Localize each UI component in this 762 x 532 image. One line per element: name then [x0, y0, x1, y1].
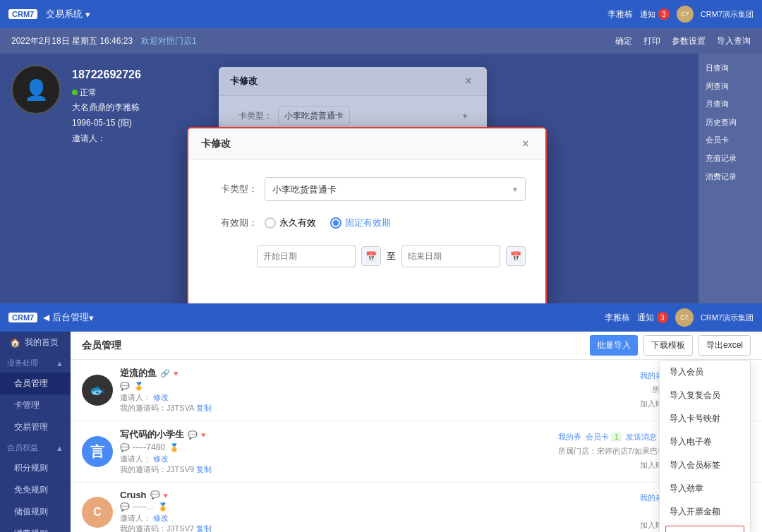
dropdown-item-import-medal[interactable]: 导入劲章 [660, 477, 750, 500]
fg-forever-radio[interactable]: 永久有效 [265, 217, 316, 229]
sidebar-rights-header[interactable]: 合员权益 ▲ [0, 438, 71, 457]
send-msg-1[interactable]: 发送消息 [626, 430, 657, 445]
fg-end-date[interactable] [401, 245, 500, 267]
fg-fixed-label: 固定有效期 [345, 217, 391, 229]
backend-dropdown-icon[interactable]: ▾ [89, 313, 94, 323]
rp-item-3[interactable]: 历史查询 [701, 114, 759, 132]
params-btn[interactable]: 参数设置 [672, 35, 706, 47]
content-area: 会员管理 批量导入 下载模板 导出excel 🐟 逆流的鱼 🔗 ♥ [71, 332, 762, 532]
member-invite-2: 邀请人： 修改 [120, 513, 633, 524]
dropdown-item-import-card-map[interactable]: 导入卡号映射 [660, 407, 750, 430]
fg-valid-row: 有效期： 永久有效 固定有效期 [208, 217, 526, 229]
fg-start-cal-icon[interactable]: 📅 [361, 246, 381, 266]
bg-card-type-row: 卡类型： 小李吃货普通卡 [230, 106, 476, 126]
member-status: 正常 [72, 85, 141, 101]
print-btn-sec[interactable]: 打印 [643, 35, 660, 47]
sidebar-biz-header[interactable]: 业务处理 ▲ [0, 353, 71, 373]
sidebar-item-consume-rule[interactable]: 消费规则 [0, 523, 71, 532]
sidebar-item-member-mgmt[interactable]: 会员管理 [0, 373, 71, 394]
bottom-nav-right: 李雅栋 通知 3 C7 CRM7演示集团 [605, 308, 754, 327]
dropdown-item-import-dup-member[interactable]: 导入复复会员 [660, 384, 750, 407]
member-item-0: 🐟 逆流的鱼 🔗 ♥ 💬 🏅 邀请人： 修改 [71, 360, 762, 421]
top-logo: CRM7 [8, 9, 37, 19]
fg-dialog-footer: 确定 取消 [188, 300, 545, 303]
member-phone-1: 💬 -----7480 🏅 [120, 442, 551, 452]
rp-item-4[interactable]: 会员卡 [701, 131, 759, 150]
member-link-icon-0: 🔗 [160, 369, 170, 378]
member-name-0: 逆流的鱼 🔗 ♥ [120, 367, 633, 380]
dropdown-divider [660, 524, 750, 524]
export-excel-btn[interactable]: 导出excel [698, 335, 751, 356]
top-notify[interactable]: 通知 3 [640, 8, 670, 20]
sidebar-item-trade[interactable]: 交易管理 [0, 416, 71, 438]
member-copy-1[interactable]: 复制 [196, 465, 212, 473]
fg-dialog-header: 卡修改 × [188, 128, 545, 160]
import-view-btn[interactable]: 导入查询 [717, 35, 751, 47]
bottom-notify[interactable]: 通知 3 [637, 312, 668, 324]
confirm-btn-sec[interactable]: 确定 [615, 35, 632, 47]
fg-dialog-title: 卡修改 [201, 138, 231, 150]
rp-item-5[interactable]: 充值记录 [701, 150, 759, 168]
main-layout: 🏠 我的首页 业务处理 ▲ 会员管理 卡管理 交易管理 合员权益 ▲ 积分规则 [0, 332, 762, 532]
fg-card-type-select[interactable]: 小李吃货普通卡 [265, 177, 526, 201]
dropdown-item-import-invoice[interactable]: 导入开票金额 [660, 500, 750, 524]
sidebar-item-free-rule[interactable]: 免免规则 [0, 479, 71, 501]
fg-end-cal-icon[interactable]: 📅 [506, 246, 526, 266]
member-phone-0: 💬 🏅 [120, 381, 633, 391]
bg-dialog-header: 卡修改 × [219, 67, 487, 96]
fg-forever-label: 永久有效 [279, 217, 316, 229]
bottom-logo: CRM7 [8, 313, 37, 322]
fg-forever-dot [265, 217, 276, 229]
sidebar-item-home[interactable]: 🏠 我的首页 [0, 332, 71, 353]
batch-import-btn[interactable]: 批量导入 [590, 335, 638, 356]
rp-item-6[interactable]: 消费记录 [701, 168, 759, 186]
content-title: 会员管理 [82, 339, 121, 352]
sidebar-item-points-rule[interactable]: 积分规则 [0, 457, 71, 479]
backend-mgmt-nav[interactable]: 后台管理 [52, 311, 89, 324]
member-copy-0[interactable]: 复制 [196, 404, 212, 412]
member-invite-link-2[interactable]: 修改 [153, 514, 169, 522]
fg-fixed-radio[interactable]: 固定有效期 [330, 217, 391, 229]
member-copy-2[interactable]: 复制 [196, 524, 212, 532]
member-heart-icon-1: ♥ [201, 430, 206, 439]
rp-item-2[interactable]: 月查询 [701, 95, 759, 114]
dropdown-item-import-ecoupon[interactable]: 导入电子卷 [660, 430, 750, 454]
secondary-bar: 2022年2月18日 星期五 16:46:23 欢迎对照门店1 确定 打印 参数… [0, 28, 762, 54]
logo-icon: CRM7 [8, 9, 37, 19]
dropdown-item-import-tag[interactable]: 导入会员标签 [660, 454, 750, 477]
rp-item-0[interactable]: 日查询 [701, 59, 759, 78]
bottom-user-label[interactable]: 李雅栋 [605, 312, 630, 324]
member-heart-icon-2: ♥ [164, 491, 169, 500]
sidebar: 🏠 我的首页 业务处理 ▲ 会员管理 卡管理 交易管理 合员权益 ▲ 积分规则 [0, 332, 71, 532]
member-info-2: Crush 💬 ♥ 💬 -----... 🏅 邀请人： 修改 我的邀请 [120, 490, 633, 532]
rp-item-1[interactable]: 周查询 [701, 78, 759, 96]
sidebar-item-upgrade-rule[interactable]: 储值规则 [0, 501, 71, 523]
fg-close-btn[interactable]: × [519, 137, 533, 151]
member-wechat-icon-2: 💬 [150, 490, 160, 500]
content-header: 会员管理 批量导入 下载模板 导出excel [71, 332, 762, 360]
member-invite-link-0[interactable]: 修改 [153, 393, 169, 401]
top-user-label[interactable]: 李雅栋 [607, 8, 633, 20]
download-template-btn[interactable]: 下载模板 [643, 335, 693, 356]
dropdown-menu: 导入会员 导入复复会员 导入卡号映射 导入电子卷 导入会员标签 导入劲章 导入开… [659, 360, 751, 532]
fg-dialog-body: 卡类型： 小李吃货普通卡 有效期： 永久有效 固定有效期 [188, 160, 545, 300]
bottom-navbar: CRM7 ◀ 后台管理 ▾ 李雅栋 通知 3 C7 CRM7演示集团 [0, 303, 762, 332]
lower-section: CRM7 ◀ 后台管理 ▾ 李雅栋 通知 3 C7 CRM7演示集团 🏠 我的首… [0, 303, 762, 532]
member-avatar-2: C [82, 497, 113, 528]
my-voucher-1[interactable]: 我的券 [558, 430, 581, 445]
back-btn[interactable]: ◀ [43, 313, 49, 322]
bottom-org-label: CRM7演示集团 [701, 313, 754, 323]
member-invite-link-1[interactable]: 修改 [153, 454, 169, 463]
sidebar-item-card-mgmt[interactable]: 卡管理 [0, 394, 71, 416]
bg-close-btn[interactable]: × [461, 74, 476, 88]
store-link[interactable]: 欢迎对照门店1 [141, 35, 197, 47]
trade-system-nav[interactable]: 交易系统 ▾ [37, 8, 99, 20]
bg-card-type-select[interactable]: 小李吃货普通卡 [278, 106, 350, 126]
member-card-1[interactable]: 会员卡 1 [586, 430, 622, 445]
dropdown-item-import-card-validity[interactable]: 导入卡有效期 [665, 526, 744, 532]
member-wechat-icon-1: 💬 [188, 430, 198, 440]
top-navbar: CRM7 交易系统 ▾ 李雅栋 通知 3 C7 CRM7演示集团 [0, 0, 762, 28]
fg-start-date[interactable] [257, 245, 356, 267]
dropdown-item-import-member[interactable]: 导入会员 [660, 361, 750, 384]
member-invite-0: 邀请人： 修改 [120, 392, 633, 403]
